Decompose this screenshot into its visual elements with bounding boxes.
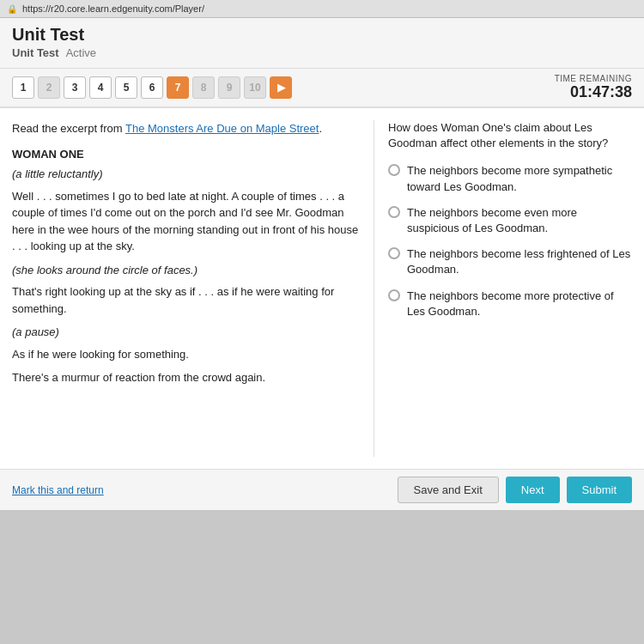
browser-bar: 🔒 https://r20.core.learn.edgenuity.com/P…	[0, 0, 644, 18]
page-btn-10[interactable]: 10	[244, 76, 266, 99]
page-title: Unit Test	[12, 25, 632, 45]
page-btn-9[interactable]: 9	[218, 76, 240, 99]
lock-icon: 🔒	[7, 4, 17, 14]
page-btn-4[interactable]: 4	[89, 76, 112, 99]
answer-option-a[interactable]: The neighbors become more sympathetic to…	[388, 163, 632, 194]
excerpt-intro: Read the excerpt from The Monsters Are D…	[12, 120, 360, 137]
page-btn-3[interactable]: 3	[64, 76, 86, 99]
action-buttons: Save and Exit Next Submit	[398, 477, 632, 503]
page-btn-8[interactable]: 8	[192, 76, 215, 99]
answer-option-b[interactable]: The neighbors become even more suspiciou…	[388, 205, 632, 236]
pagination-left: 1 2 3 4 5 6 7 8 9 10 ▶	[12, 76, 292, 99]
page-btn-2[interactable]: 2	[38, 76, 60, 99]
url-bar: https://r20.core.learn.edgenuity.com/Pla…	[22, 3, 204, 14]
answer-text-b: The neighbors become even more suspiciou…	[407, 205, 632, 236]
answer-option-c[interactable]: The neighbors become less frightened of …	[388, 246, 632, 277]
answer-text-a: The neighbors become more sympathetic to…	[407, 163, 632, 194]
app-container: Unit Test Unit Test Active 1 2 3 4 5 6 7…	[0, 18, 644, 510]
page-btn-6[interactable]: 6	[141, 76, 163, 99]
bottom-bar: Mark this and return Save and Exit Next …	[0, 469, 644, 510]
next-button[interactable]: Next	[506, 477, 560, 503]
breadcrumb-row: Unit Test Active	[12, 46, 632, 59]
breadcrumb-status: Active	[66, 46, 96, 59]
breadcrumb-link[interactable]: Unit Test	[12, 46, 59, 59]
radio-c[interactable]	[388, 247, 400, 259]
stage-direction-3: (a pause)	[12, 324, 360, 341]
content-area: Read the excerpt from The Monsters Are D…	[0, 108, 644, 469]
stage-direction-2: (she looks around the circle of faces.)	[12, 262, 360, 279]
stage-direction-1: (a little reluctantly)	[12, 166, 360, 183]
excerpt-intro-text: Read the excerpt from	[12, 122, 125, 135]
next-page-btn[interactable]: ▶	[270, 76, 292, 99]
dialogue-3: As if he were looking for something.	[12, 346, 360, 363]
dialogue-1: Well . . . sometimes I go to bed late at…	[12, 188, 360, 255]
save-exit-button[interactable]: Save and Exit	[398, 477, 499, 503]
question-text: How does Woman One's claim about Les Goo…	[388, 120, 632, 151]
time-remaining-value: 01:47:38	[555, 83, 632, 101]
right-panel: How does Woman One's claim about Les Goo…	[374, 120, 632, 457]
excerpt-link[interactable]: The Monsters Are Due on Maple Street	[125, 122, 319, 135]
page-btn-1[interactable]: 1	[12, 76, 34, 99]
dialogue-4: There's a murmur of reaction from the cr…	[12, 369, 360, 386]
page-btn-5[interactable]: 5	[115, 76, 137, 99]
header: Unit Test Unit Test Active	[0, 18, 644, 69]
page-btn-7[interactable]: 7	[167, 76, 189, 99]
dialogue-2: That's right looking up at the sky as if…	[12, 283, 360, 317]
answer-text-d: The neighbors become more protective of …	[407, 289, 632, 319]
time-remaining: TIME REMAINING 01:47:38	[555, 74, 632, 101]
time-remaining-label: TIME REMAINING	[555, 74, 632, 83]
left-panel: Read the excerpt from The Monsters Are D…	[12, 120, 374, 457]
speaker-label: WOMAN ONE	[12, 146, 360, 163]
radio-d[interactable]	[388, 289, 400, 301]
radio-a[interactable]	[388, 164, 400, 176]
pagination-row: 1 2 3 4 5 6 7 8 9 10 ▶ TIME REMAINING 01…	[0, 69, 644, 108]
answer-option-d[interactable]: The neighbors become more protective of …	[388, 289, 632, 319]
radio-b[interactable]	[388, 206, 400, 218]
answer-text-c: The neighbors become less frightened of …	[407, 246, 632, 277]
submit-button[interactable]: Submit	[567, 477, 632, 503]
mark-return-link[interactable]: Mark this and return	[12, 484, 104, 496]
